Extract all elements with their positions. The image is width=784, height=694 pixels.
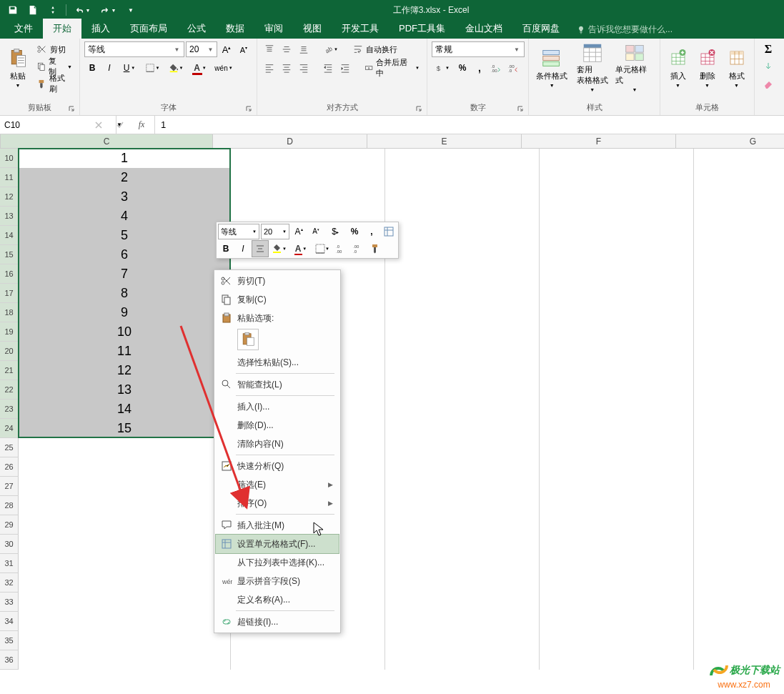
- align-bottom-button[interactable]: [296, 41, 312, 57]
- cell-F17[interactable]: [540, 284, 694, 303]
- cell-E33[interactable]: [385, 593, 540, 612]
- cell-G32[interactable]: [694, 573, 784, 593]
- decrease-decimal-button[interactable]: .00.0: [506, 60, 522, 76]
- cell-E27[interactable]: [385, 477, 540, 496]
- cell-E35[interactable]: [385, 631, 540, 650]
- cell-F25[interactable]: [540, 438, 694, 457]
- row-header-35[interactable]: 35: [0, 631, 19, 650]
- cell-C21[interactable]: 12: [19, 361, 231, 380]
- align-center-button[interactable]: [279, 60, 294, 76]
- increase-decimal-button[interactable]: .0.00: [489, 60, 505, 76]
- cell-F16[interactable]: [540, 264, 694, 284]
- enter-formula-button[interactable]: [111, 117, 129, 133]
- italic-button[interactable]: I: [101, 60, 117, 76]
- format-painter-button[interactable]: 格式刷: [34, 76, 75, 91]
- cell-F27[interactable]: [540, 477, 694, 496]
- menu-item-智能查找L[interactable]: 智能查找(L): [216, 375, 339, 394]
- cell-G22[interactable]: [694, 380, 784, 400]
- cell-G25[interactable]: [694, 438, 784, 457]
- insert-cells-button[interactable]: 插入▼: [665, 41, 691, 93]
- menu-item-删除D[interactable]: 删除(D)...: [216, 416, 339, 435]
- mini-currency[interactable]: $▸: [325, 224, 345, 239]
- mini-format-cells[interactable]: [381, 224, 397, 239]
- cell-F36[interactable]: [540, 650, 694, 670]
- qat-touch-mode[interactable]: [44, 2, 61, 18]
- column-header-E[interactable]: E: [367, 134, 522, 148]
- cell-F23[interactable]: [540, 400, 694, 419]
- mini-italic[interactable]: I: [235, 241, 251, 257]
- borders-button[interactable]: ▼: [142, 60, 163, 76]
- font-launcher[interactable]: [245, 105, 254, 114]
- row-header-20[interactable]: 20: [0, 342, 19, 361]
- cell-G11[interactable]: [694, 168, 784, 187]
- cell-C22[interactable]: 13: [19, 380, 231, 400]
- decrease-font-button[interactable]: A▾: [236, 41, 252, 57]
- mini-format-painter[interactable]: [368, 241, 384, 257]
- row-header-17[interactable]: 17: [0, 284, 19, 303]
- column-header-D[interactable]: D: [213, 134, 367, 148]
- font-size-combo[interactable]: ▼: [186, 41, 217, 57]
- cell-F33[interactable]: [540, 593, 694, 612]
- menu-item-定义名称A[interactable]: 定义名称(A)...: [216, 590, 339, 609]
- cell-C26[interactable]: [19, 457, 231, 477]
- cell-G31[interactable]: [694, 554, 784, 573]
- cell-G13[interactable]: [694, 207, 784, 226]
- cell-G18[interactable]: [694, 303, 784, 322]
- cell-G12[interactable]: [694, 187, 784, 207]
- cell-E31[interactable]: [385, 554, 540, 573]
- row-header-10[interactable]: 10: [0, 149, 19, 168]
- row-header-11[interactable]: 11: [0, 168, 19, 187]
- pinyin-guide-button[interactable]: wén▼: [213, 60, 234, 76]
- cell-C24[interactable]: 15: [19, 419, 231, 438]
- cell-F24[interactable]: [540, 419, 694, 438]
- row-header-13[interactable]: 13: [0, 207, 19, 226]
- row-header-31[interactable]: 31: [0, 554, 19, 573]
- row-header-25[interactable]: 25: [0, 438, 19, 457]
- cell-D11[interactable]: [231, 168, 385, 187]
- cell-F34[interactable]: [540, 612, 694, 631]
- row-header-30[interactable]: 30: [0, 535, 19, 554]
- tab-file[interactable]: 文件: [4, 19, 43, 39]
- underline-button[interactable]: U▼: [119, 60, 140, 76]
- mini-decrease-font[interactable]: A▾: [308, 224, 324, 239]
- font-name-input[interactable]: [88, 44, 173, 54]
- mini-size-combo[interactable]: 20▼: [261, 224, 289, 239]
- cell-G20[interactable]: [694, 342, 784, 361]
- mini-font-color[interactable]: A▼: [291, 241, 311, 257]
- conditional-formatting-button[interactable]: 条件格式▼: [533, 41, 570, 93]
- menu-item-复制C[interactable]: 复制(C): [216, 290, 339, 309]
- cell-C29[interactable]: [19, 515, 231, 535]
- paste-button[interactable]: 粘贴 ▼: [4, 41, 31, 93]
- tab-home[interactable]: 开始: [43, 19, 81, 39]
- cell-G29[interactable]: [694, 515, 784, 535]
- row-header-32[interactable]: 32: [0, 573, 19, 593]
- menu-item-从下拉列表中选择K[interactable]: 从下拉列表中选择(K)...: [216, 553, 339, 572]
- align-right-button[interactable]: [296, 60, 312, 76]
- cell-E28[interactable]: [385, 496, 540, 515]
- cell-C12[interactable]: 3: [19, 187, 231, 207]
- cell-D35[interactable]: [231, 631, 385, 650]
- tab-insert[interactable]: 插入: [81, 19, 120, 39]
- cell-F14[interactable]: [540, 226, 694, 245]
- menu-item-排序O[interactable]: 排序(O)▶: [216, 494, 339, 512]
- cell-C27[interactable]: [19, 477, 231, 496]
- row-header-12[interactable]: 12: [0, 187, 19, 207]
- cell-F19[interactable]: [540, 322, 694, 342]
- font-name-combo[interactable]: ▼: [84, 41, 184, 57]
- menu-item-选择性粘贴S[interactable]: 选择性粘贴(S)...: [216, 353, 339, 372]
- cell-C32[interactable]: [19, 573, 231, 593]
- row-header-22[interactable]: 22: [0, 380, 19, 400]
- cell-C30[interactable]: [19, 535, 231, 554]
- cell-E23[interactable]: [385, 400, 540, 419]
- row-header-24[interactable]: 24: [0, 419, 19, 438]
- row-header-18[interactable]: 18: [0, 303, 19, 322]
- copy-button[interactable]: 复制▼: [34, 59, 75, 74]
- cell-G24[interactable]: [694, 419, 784, 438]
- mini-borders[interactable]: ▼: [312, 241, 332, 257]
- tab-page-layout[interactable]: 页面布局: [120, 19, 177, 39]
- cell-E25[interactable]: [385, 438, 540, 457]
- cell-C11[interactable]: 2: [19, 168, 231, 187]
- font-size-input[interactable]: [189, 44, 207, 54]
- cell-F21[interactable]: [540, 361, 694, 380]
- cell-G10[interactable]: [694, 149, 784, 168]
